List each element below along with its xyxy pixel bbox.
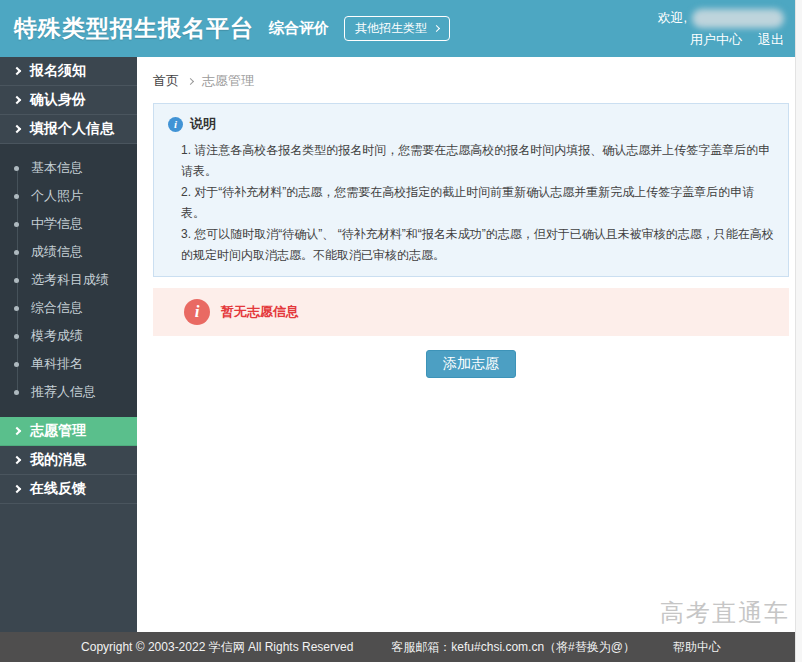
- chevron-right-icon: [13, 427, 21, 435]
- notice-header: 说明: [168, 112, 774, 140]
- sidebar-item-volunteer-management[interactable]: 志愿管理: [0, 417, 137, 446]
- info-icon: [168, 117, 183, 132]
- chevron-right-icon: [13, 67, 21, 75]
- sidebar-item-label: 填报个人信息: [30, 120, 114, 138]
- chevron-right-icon: [13, 485, 21, 493]
- sidebar: 报名须知 确认身份 填报个人信息 基本信息 个人照片: [0, 57, 137, 632]
- sidebar-item-elective-subject-scores[interactable]: 选考科目成绩: [0, 266, 137, 294]
- sidebar-item-subject-ranking[interactable]: 单科排名: [0, 350, 137, 378]
- sidebar-item-comprehensive-info[interactable]: 综合信息: [0, 294, 137, 322]
- notice-item: 3. 您可以随时取消“待确认”、 “待补充材料”和“报名未成功”的志愿，但对于已…: [168, 224, 774, 266]
- page: 特殊类型招生报名平台 综合评价 其他招生类型 欢迎, 用户中心 退出 报名须知: [0, 0, 802, 662]
- header: 特殊类型招生报名平台 综合评价 其他招生类型 欢迎, 用户中心 退出: [0, 0, 802, 57]
- sidebar-item-label: 推荐人信息: [31, 383, 96, 401]
- bullet-dot-icon: [14, 166, 19, 171]
- sidebar-submenu: 基本信息 个人照片 中学信息 成绩信息 选考科目成绩: [0, 144, 137, 417]
- alert-message: 暂无志愿信息: [221, 303, 299, 321]
- redacted-username: [692, 9, 784, 28]
- category-label: 综合评价: [269, 19, 329, 38]
- sidebar-item-label: 个人照片: [31, 187, 83, 205]
- breadcrumb-current: 志愿管理: [202, 72, 254, 90]
- sidebar-item-label: 选考科目成绩: [31, 271, 109, 289]
- sidebar-item-label: 我的消息: [30, 451, 86, 469]
- footer: Copyright © 2003-2022 学信网 All Rights Res…: [0, 632, 802, 662]
- bullet-dot-icon: [14, 390, 19, 395]
- action-row: 添加志愿: [153, 350, 789, 378]
- sidebar-item-label: 报名须知: [30, 62, 86, 80]
- bullet-dot-icon: [14, 334, 19, 339]
- sidebar-item-label: 单科排名: [31, 355, 83, 373]
- bullet-dot-icon: [14, 250, 19, 255]
- bullet-dot-icon: [14, 222, 19, 227]
- breadcrumb: 首页 志愿管理: [137, 57, 802, 103]
- sidebar-item-recommender-info[interactable]: 推荐人信息: [0, 378, 137, 406]
- other-enroll-types-label: 其他招生类型: [355, 20, 427, 37]
- sidebar-item-confirm-identity[interactable]: 确认身份: [0, 86, 137, 115]
- bullet-dot-icon: [14, 362, 19, 367]
- notice-item: 2. 对于“待补充材料”的志愿，您需要在高校指定的截止时间前重新确认志愿并重新完…: [168, 182, 774, 224]
- chevron-right-icon: [433, 25, 440, 32]
- main-content: 首页 志愿管理 说明 1. 请注意各高校各报名类型的报名时间，您需要在志愿高校的…: [137, 57, 802, 632]
- sidebar-item-label: 确认身份: [30, 91, 86, 109]
- sidebar-item-label: 成绩信息: [31, 243, 83, 261]
- watermark: 高考直通车: [660, 597, 790, 629]
- support-email-text: 客服邮箱：kefu#chsi.com.cn（将#替换为@）: [391, 639, 635, 656]
- welcome-label: 欢迎,: [657, 9, 687, 27]
- sidebar-item-label: 模考成绩: [31, 327, 83, 345]
- bullet-dot-icon: [14, 194, 19, 199]
- sidebar-item-label: 在线反馈: [30, 480, 86, 498]
- bullet-dot-icon: [14, 278, 19, 283]
- sidebar-item-basic-info[interactable]: 基本信息: [0, 154, 137, 182]
- sidebar-item-mock-exam-scores[interactable]: 模考成绩: [0, 322, 137, 350]
- notice-box: 说明 1. 请注意各高校各报名类型的报名时间，您需要在志愿高校的报名时间内填报、…: [153, 103, 789, 277]
- app-title: 特殊类型招生报名平台: [14, 13, 254, 44]
- scrollbar-track[interactable]: [795, 0, 802, 662]
- sidebar-item-photo[interactable]: 个人照片: [0, 182, 137, 210]
- header-left: 特殊类型招生报名平台 综合评价 其他招生类型: [14, 13, 450, 44]
- sidebar-item-feedback[interactable]: 在线反馈: [0, 475, 137, 504]
- chevron-right-icon: [13, 456, 21, 464]
- user-links: 用户中心 退出: [690, 31, 784, 49]
- add-volunteer-button[interactable]: 添加志愿: [426, 350, 516, 378]
- sidebar-item-label: 中学信息: [31, 215, 83, 233]
- chevron-right-icon: [13, 125, 21, 133]
- sidebar-item-label: 志愿管理: [30, 422, 86, 440]
- help-center-link[interactable]: 帮助中心: [673, 639, 721, 656]
- body-layout: 报名须知 确认身份 填报个人信息 基本信息 个人照片: [0, 57, 802, 632]
- sidebar-item-score-info[interactable]: 成绩信息: [0, 238, 137, 266]
- chevron-right-icon: [187, 77, 194, 84]
- bullet-dot-icon: [14, 306, 19, 311]
- header-user-area: 欢迎, 用户中心 退出: [657, 9, 784, 49]
- content-area: 说明 1. 请注意各高校各报名类型的报名时间，您需要在志愿高校的报名时间内填报、…: [137, 103, 802, 378]
- other-enroll-types-button[interactable]: 其他招生类型: [344, 16, 450, 41]
- welcome-row: 欢迎,: [657, 9, 784, 28]
- empty-volunteer-alert: 暂无志愿信息: [153, 288, 789, 336]
- sidebar-item-personal-info[interactable]: 填报个人信息: [0, 115, 137, 144]
- sidebar-item-label: 综合信息: [31, 299, 83, 317]
- sidebar-item-messages[interactable]: 我的消息: [0, 446, 137, 475]
- logout-link[interactable]: 退出: [758, 31, 784, 49]
- alert-info-icon: [184, 299, 210, 325]
- copyright-text: Copyright © 2003-2022 学信网 All Rights Res…: [81, 639, 353, 656]
- notice-title: 说明: [190, 115, 216, 133]
- user-center-link[interactable]: 用户中心: [690, 31, 742, 49]
- sidebar-item-notice[interactable]: 报名须知: [0, 57, 137, 86]
- sidebar-item-label: 基本信息: [31, 159, 83, 177]
- breadcrumb-home-link[interactable]: 首页: [153, 72, 179, 90]
- notice-item: 1. 请注意各高校各报名类型的报名时间，您需要在志愿高校的报名时间内填报、确认志…: [168, 140, 774, 182]
- chevron-right-icon: [13, 96, 21, 104]
- sidebar-item-school-info[interactable]: 中学信息: [0, 210, 137, 238]
